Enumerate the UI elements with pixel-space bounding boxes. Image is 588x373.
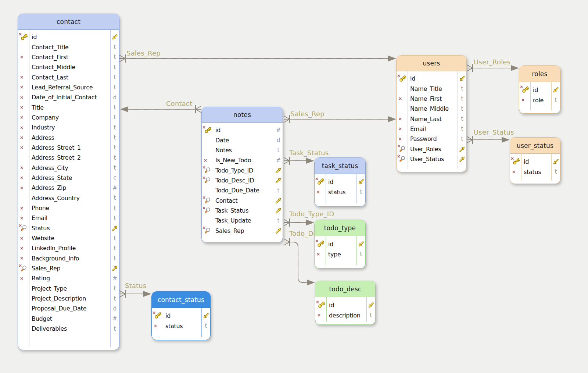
table-roles[interactable]: roles× id ×rolet [519, 65, 560, 114]
column-row[interactable]: ×Contact_Lastt [18, 72, 119, 82]
column-row[interactable]: ×Titlet [18, 102, 119, 112]
column-row[interactable]: Project_Typet [18, 284, 119, 294]
column-row[interactable]: ×Passwordt [397, 134, 466, 144]
column-type: t [111, 132, 119, 142]
not-null-icon: × [20, 116, 24, 119]
column-row[interactable]: ×Emailt [397, 124, 466, 134]
column-row[interactable]: × User_Roles [397, 144, 466, 154]
table-title[interactable]: todo_desc [315, 281, 375, 297]
column-row[interactable]: ×statust [315, 187, 365, 197]
column-row[interactable]: ×Websitet [18, 233, 119, 243]
table-title[interactable]: todo_type [315, 220, 365, 236]
column-row[interactable]: × id# [202, 125, 283, 135]
column-name: Name_Last [408, 116, 458, 122]
not-null-icon: × [20, 176, 24, 180]
column-row[interactable]: Name_Titlet [397, 84, 466, 93]
column-row[interactable]: Address_Street_2t [18, 153, 119, 163]
column-row[interactable]: ×Emailt [18, 213, 119, 223]
column-row[interactable]: × Todo_Type_ID [202, 165, 283, 175]
column-row[interactable]: × id [397, 74, 466, 84]
column-row[interactable]: × id [315, 300, 375, 310]
column-name: id [521, 158, 552, 165]
column-row[interactable]: × Status [18, 223, 119, 233]
table-task_status[interactable]: task_status× id ×statust [314, 157, 366, 207]
column-row[interactable]: × id [315, 239, 365, 249]
column-row[interactable]: Name_Middlet [397, 104, 466, 114]
table-notes[interactable]: notes× id#DatedNotest×Is_New_Todo#× Todo… [201, 107, 283, 243]
column-row[interactable]: × id [18, 32, 119, 42]
column-type: # [274, 155, 283, 165]
column-row[interactable]: ×Address_Street_1t [18, 143, 119, 153]
table-body: × id ×rolet [519, 82, 560, 110]
column-row[interactable]: ×statust [152, 321, 210, 331]
table-user_status[interactable]: user_status× id ×statust [510, 137, 560, 184]
table-todo_desc[interactable]: todo_desc× id ×descriptiont [315, 281, 376, 325]
column-row[interactable]: × User_Status [397, 154, 466, 164]
column-row[interactable]: ×Address_Statec [18, 173, 119, 183]
not-null-icon: × [154, 324, 157, 328]
table-title[interactable]: contact [18, 14, 119, 30]
table-contact_status[interactable]: contact_status× id ×statust [151, 291, 211, 340]
column-row[interactable]: Todo_Due_Datet [202, 185, 283, 195]
column-row[interactable]: ×Phonet [18, 203, 119, 213]
column-row[interactable]: Address_Countryt [18, 193, 119, 203]
column-row[interactable]: × id [519, 85, 560, 95]
column-row[interactable]: × id [152, 310, 210, 321]
column-row[interactable]: × Sales_Rep [18, 263, 119, 273]
column-row[interactable]: × id [510, 156, 560, 167]
column-row[interactable]: ×Addresst [18, 132, 119, 142]
column-row[interactable]: Budget# [18, 314, 119, 324]
column-row[interactable]: ×Is_New_Todo# [202, 155, 283, 165]
column-row[interactable]: ×Lead_Referral_Sourcet [18, 82, 119, 92]
table-todo_type[interactable]: todo_type× id ×typet [314, 220, 366, 269]
column-row[interactable]: Deliverablest [18, 324, 119, 334]
column-row[interactable]: ×Date_of_Initial_Contactd [18, 92, 119, 102]
column-row[interactable]: ×descriptiont [315, 310, 375, 320]
column-row[interactable]: ×Address_Cityt [18, 163, 119, 173]
column-row[interactable]: ×Background_Infot [18, 253, 119, 263]
column-row[interactable]: × Todo_Desc_ID [202, 175, 283, 185]
table-title[interactable]: contact_status [152, 292, 210, 308]
column-row[interactable]: × Task_Status [202, 206, 283, 216]
table-users[interactable]: users× id Name_Titlet×Name_FirsttName_Mi… [396, 55, 467, 172]
column-row[interactable]: ×Name_Firstt [397, 94, 466, 104]
column-row[interactable]: Dated [202, 135, 283, 145]
table-title[interactable]: notes [202, 107, 283, 123]
column-name: Sales_Rep [213, 227, 274, 234]
column-row[interactable]: ×Name_Lastt [397, 114, 466, 124]
column-row[interactable]: ×Contact_Firstt [18, 52, 119, 62]
column-type: t [458, 84, 466, 93]
column-row[interactable]: ×statust [510, 167, 560, 177]
row-marker-gutter: × [18, 253, 29, 263]
column-type: t [367, 310, 375, 320]
column-row[interactable]: ×Address_Zip# [18, 183, 119, 193]
primary-key-icon [21, 34, 28, 40]
column-row[interactable]: Contact_Middlet [18, 62, 119, 72]
table-contact[interactable]: contact× id Contact_Titlet×Contact_First… [18, 14, 119, 350]
column-row[interactable]: Contact_Titlet [18, 42, 119, 52]
column-row[interactable]: ×typet [315, 249, 365, 259]
row-marker-gutter: × [18, 32, 29, 42]
column-row[interactable]: ×LinkedIn_Profilet [18, 243, 119, 253]
column-row[interactable]: Notest [202, 145, 283, 155]
table-title[interactable]: roles [519, 66, 560, 82]
row-marker-gutter: × [315, 300, 326, 310]
row-marker-gutter [18, 303, 29, 313]
pk-edit-icon [358, 179, 364, 185]
column-row[interactable]: ×Companyt [18, 113, 119, 122]
column-row[interactable]: × id [315, 177, 365, 187]
column-row[interactable]: × Sales_Rep [202, 225, 283, 235]
column-row[interactable]: Proposal_Due_Dated [18, 303, 119, 313]
not-null-icon: × [317, 313, 321, 317]
column-name: Email [29, 214, 111, 221]
column-row[interactable]: ×rolet [519, 95, 560, 105]
column-row[interactable]: Task_Updatet [202, 216, 283, 225]
table-title[interactable]: user_status [510, 138, 560, 154]
column-row[interactable]: ×Industryt [18, 122, 119, 132]
row-marker-gutter: × [202, 206, 213, 216]
column-row[interactable]: × Contact [202, 195, 283, 205]
table-title[interactable]: users [397, 56, 466, 71]
column-row[interactable]: ×Rating# [18, 273, 119, 283]
column-row[interactable]: Project_Descriptiont [18, 294, 119, 303]
table-title[interactable]: task_status [315, 158, 365, 174]
